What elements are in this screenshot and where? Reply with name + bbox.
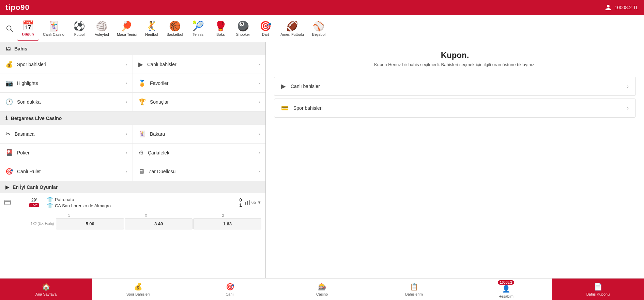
nav-item-masa-tenisi[interactable]: 🏓 Masa Tenisi — [113, 17, 140, 41]
hesabim-badge: 10008.2 — [498, 280, 514, 285]
spor-bahisleri-nav-label: Spor Bahisleri — [126, 292, 150, 296]
highlights-arrow: › — [126, 81, 127, 86]
svg-rect-5 — [247, 201, 248, 205]
match-time-badge: 29' LIVE — [24, 198, 44, 207]
bottom-nav-bahis-kuponu[interactable]: 📄 Bahis Kuponu — [552, 279, 644, 300]
nav-label-hentbol: Hentbol — [145, 32, 158, 36]
tennis-icon: 🎾 — [192, 20, 204, 32]
nav-item-canli-casino[interactable]: 🃏 Canlı Casino — [40, 17, 68, 41]
ana-sayfa-label: Ana Sayfaya — [35, 292, 57, 296]
canli-bahisler-label: Canlı bahisler — [147, 62, 255, 67]
nav-label-amer-futbolu: Amer. Futbolu — [280, 32, 304, 36]
nav-bar: 📅 Bugün 🃏 Canlı Casino ⚽ Futbol 🏐 Voleyb… — [0, 15, 644, 42]
highlights-label: Highlights — [17, 80, 122, 86]
canli-casino-icon: 🃏 — [48, 20, 60, 32]
nav-item-basketbol[interactable]: 🏀 Basketbol — [163, 17, 186, 41]
betgames-section-header: ℹ Betgames Live Casino — [0, 111, 265, 125]
nav-item-beyzbol[interactable]: ⚾ Beyzbol — [308, 17, 330, 41]
spor-bahisleri-nav-icon: 💰 — [134, 283, 142, 291]
favoriler-menu[interactable]: 🏅 Favoriler › — [133, 74, 265, 92]
menu-row-1: 💰 Spor bahisleri › ▶ Canlı bahisler › — [0, 55, 265, 74]
score2: 1 — [240, 202, 242, 208]
bottom-nav-canli[interactable]: 🎯 Canlı — [184, 279, 276, 300]
nav-label-bugun: Bugün — [22, 32, 34, 36]
svg-rect-6 — [249, 200, 250, 205]
basmaca-menu[interactable]: ✂ Basmaca › — [0, 125, 133, 143]
highlights-menu[interactable]: 📷 Highlights › — [0, 74, 133, 92]
poker-icon: 🎴 — [5, 149, 13, 156]
bottom-nav-bahislerim[interactable]: 📋 Bahislerim — [368, 279, 460, 300]
bottom-nav-hesabim[interactable]: 10008.2 👤 Hesabım — [460, 279, 552, 300]
canli-icon: ▶ — [138, 61, 143, 68]
spor-bahisleri-label: Spor bahisleri — [17, 62, 122, 67]
amer-futbolu-icon: 🏈 — [286, 20, 298, 32]
menu-row-3: 🕐 Son dakika › 🏆 Sonuçlar › — [0, 93, 265, 111]
canli-bahisler-menu[interactable]: ▶ Canlı bahisler › — [133, 55, 265, 74]
bottom-nav-ana-sayfa[interactable]: 🏠 Ana Sayfaya — [0, 279, 92, 300]
nav-item-futbol[interactable]: ⚽ Futbol — [68, 17, 90, 41]
bahislerim-nav-icon: 📋 — [410, 283, 418, 291]
odds-labels-row: 1 X 2 — [0, 212, 265, 217]
bottom-nav-casino[interactable]: 🎰 Casino — [276, 279, 368, 300]
carkifelek-menu[interactable]: ⚙ Çarkıfelek › — [133, 144, 265, 162]
canli-rulet-arrow: › — [126, 169, 127, 174]
live-badge: LIVE — [29, 203, 39, 207]
nav-label-dart: Dart — [262, 32, 269, 36]
kupon-link-spor[interactable]: 💳 Spor bahisleri › — [274, 99, 636, 118]
main-layout: 🗂 Bahis 💰 Spor bahisleri › ▶ Canlı bahis… — [0, 42, 644, 278]
son-dakika-menu[interactable]: 🕐 Son dakika › — [0, 93, 133, 111]
futbol-icon: ⚽ — [73, 20, 85, 32]
voleybol-icon: 🏐 — [96, 20, 108, 32]
bahis-kuponu-nav-label: Bahis Kuponu — [586, 292, 610, 296]
odd-btn-2[interactable]: 1.63 — [193, 218, 261, 229]
kupon-link-canli[interactable]: ▶ Canlı bahisler › — [274, 77, 636, 96]
search-button[interactable] — [3, 18, 16, 39]
nav-item-dart[interactable]: 🎯 Dart — [255, 17, 276, 41]
score1: 0 — [240, 197, 242, 202]
favoriler-label: Favoriler — [150, 80, 255, 86]
match-row: 29' LIVE 👕 Patronato 👕 CA San Lorenzo de… — [0, 193, 265, 212]
nav-label-tennis: Tennis — [193, 32, 203, 36]
stats-dropdown[interactable]: ▼ — [257, 200, 261, 205]
spor-arrow: › — [126, 62, 127, 67]
odds-label-1: X — [108, 213, 184, 217]
nav-item-amer-futbolu[interactable]: 🏈 Amer. Futbolu — [277, 17, 307, 41]
team1-name: Patronato — [55, 197, 74, 202]
kupon-subtitle: Kupon Henüz bir bahis seçilmedi. Bahisle… — [274, 62, 636, 67]
nav-label-beyzbol: Beyzbol — [312, 32, 325, 36]
nav-item-bugun[interactable]: 📅 Bugün — [17, 17, 39, 41]
nav-label-masa-tenisi: Masa Tenisi — [117, 32, 137, 36]
dart-icon: 🎯 — [260, 20, 272, 32]
odd-btn-x[interactable]: 3.40 — [125, 218, 193, 229]
nav-item-snooker[interactable]: 🎱 Snooker — [232, 17, 254, 41]
sonuclar-label: Sonuçlar — [150, 99, 255, 105]
live-section-icon: ▶ — [5, 184, 9, 190]
sonuclar-menu[interactable]: 🏆 Sonuçlar › — [133, 93, 265, 111]
nav-item-hentbol[interactable]: 🤾 Hentbol — [141, 17, 163, 41]
odds-label-2: 2 — [185, 213, 261, 217]
left-panel: 🗂 Bahis 💰 Spor bahisleri › ▶ Canlı bahis… — [0, 42, 266, 278]
odd-btn-1[interactable]: 5.00 — [56, 218, 124, 229]
kupon-spor-label: Spor bahisleri — [293, 105, 622, 111]
son-dakika-label: Son dakika — [17, 99, 122, 105]
nav-item-voleybol[interactable]: 🏐 Voleybol — [91, 17, 113, 41]
match-time: 29' — [31, 198, 37, 202]
carkifelek-icon: ⚙ — [138, 149, 144, 156]
betgames-header-icon: ℹ — [5, 115, 7, 121]
zar-duellosu-arrow: › — [259, 169, 260, 174]
canli-nav-icon: 🎯 — [226, 283, 234, 291]
bakara-menu[interactable]: 🃏 Bakara › — [133, 125, 265, 143]
zar-duellosu-menu[interactable]: 🖥 Zar Düellosu › — [133, 162, 265, 181]
canli-arrow: › — [259, 62, 260, 67]
poker-menu[interactable]: 🎴 Poker › — [0, 144, 133, 162]
nav-item-tennis[interactable]: 🎾 Tennis — [187, 17, 209, 41]
canli-rulet-menu[interactable]: 🎯 Canlı Rulet › — [0, 162, 133, 181]
zar-duellosu-icon: 🖥 — [138, 168, 144, 175]
spor-bahisleri-menu[interactable]: 💰 Spor bahisleri › — [0, 55, 133, 74]
canli-nav-label: Canlı — [226, 292, 234, 296]
bakara-icon: 🃏 — [138, 130, 146, 138]
hesabim-nav-icon: 👤 — [502, 285, 510, 293]
nav-item-boks[interactable]: 🥊 Boks — [210, 17, 231, 41]
match-icon — [4, 199, 21, 206]
bottom-nav-spor-bahisleri[interactable]: 💰 Spor Bahisleri — [92, 279, 184, 300]
